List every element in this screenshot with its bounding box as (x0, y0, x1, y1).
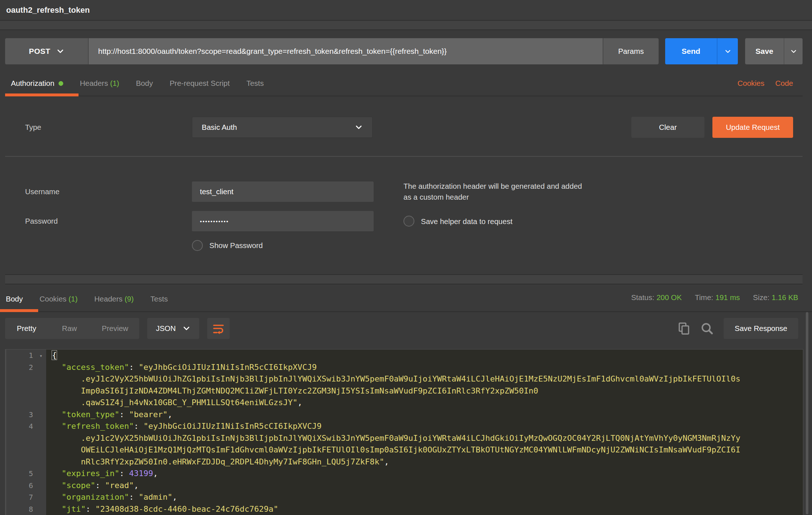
code-text: "jti": "23408d38-8cdc-4460-beac-24c76dc7… (46, 503, 278, 515)
response-tab-cookies[interactable]: Cookies (1) (40, 295, 78, 311)
response-time: Time:191 ms (695, 293, 740, 302)
show-password-radio[interactable] (192, 240, 203, 251)
code-line: 2 "access_token": "eyJhbGciOiJIUzI1NiIsI… (6, 362, 803, 374)
code-line: 4 "refresh_token": "eyJhbGciOiJIUzI1NiIs… (6, 420, 803, 432)
password-label: Password (10, 217, 192, 225)
response-size: Size:1.16 KB (753, 293, 798, 302)
code-line: 1▾{ (6, 350, 803, 362)
code-text: "organization": "admin", (46, 491, 177, 503)
code-text: "expires_in": 43199, (46, 468, 158, 480)
auth-type-dropdown[interactable]: Basic Auth (192, 117, 373, 138)
cookies-link[interactable]: Cookies (737, 79, 764, 88)
send-button-group: Send (665, 38, 738, 64)
save-button[interactable]: Save (745, 38, 784, 64)
response-tab-headers-label: Headers (95, 295, 123, 303)
save-options-button[interactable] (784, 38, 803, 64)
tab-authorization[interactable]: Authorization (5, 79, 63, 96)
save-helper-row: Save helper data to request (403, 216, 585, 227)
method-dropdown[interactable]: POST (5, 38, 89, 64)
password-input[interactable]: ••••••••••• (192, 211, 374, 231)
tab-authorization-label: Authorization (11, 79, 55, 87)
cookies-count-badge: (1) (69, 295, 78, 303)
params-button[interactable]: Params (603, 38, 659, 64)
search-icon (700, 322, 713, 335)
code-text: nRlc3RfY2xpZW50In0.eHRWxFZDJDq_2RDPL4Dhy… (46, 456, 389, 468)
search-response-button[interactable] (700, 322, 713, 335)
username-input[interactable]: test_client (192, 181, 374, 202)
tab-body[interactable]: Body (136, 79, 153, 96)
save-helper-label: Save helper data to request (421, 216, 512, 227)
line-number: 1▾ (6, 350, 46, 362)
send-button[interactable]: Send (665, 38, 717, 64)
save-response-button[interactable]: Save Response (724, 318, 798, 339)
view-pretty-button[interactable]: Pretty (5, 318, 48, 339)
response-meta: Status:200 OK Time:191 ms Size:1.16 KB (631, 293, 798, 311)
save-helper-radio[interactable] (403, 216, 414, 227)
send-options-button[interactable] (717, 38, 738, 64)
response-tab-cookies-label: Cookies (40, 295, 67, 303)
line-number: 6 (6, 480, 46, 492)
view-preview-button[interactable]: Preview (91, 318, 139, 339)
basic-auth-editor: Username test_client The authorization h… (5, 157, 803, 275)
size-value: 1.16 KB (772, 293, 798, 302)
line-number: 4 (6, 420, 46, 432)
method-label: POST (29, 47, 50, 56)
code-text: Imp0aSI6IjIzNDA4ZDM4LThjZGMtNDQ2MC1iZWFj… (46, 385, 538, 397)
code-text: "refresh_token": "eyJhbGciOiJIUzI1NiIsIn… (46, 420, 322, 432)
code-line: .eyJ1c2VyX25hbWUiOiJhZG1pbiIsInNjb3BlIjp… (6, 373, 803, 385)
response-tab-headers[interactable]: Headers (9) (95, 295, 134, 311)
request-title-bar: oauth2_refresh_token (0, 0, 812, 21)
chevron-down-icon (355, 123, 363, 131)
toolbar-right: Save Response (678, 318, 798, 339)
request-builder: POST http://host1:8000/oauth/token?scope… (0, 30, 812, 284)
status-value: 200 OK (656, 293, 682, 302)
response-tab-tests[interactable]: Tests (150, 295, 168, 311)
show-password-label: Show Password (209, 241, 263, 250)
auth-actions: Clear Update Request (631, 117, 793, 138)
response-body-panel[interactable]: 1▾{2 "access_token": "eyJhbGciOiJIUzI1Ni… (5, 349, 803, 515)
auth-active-dot (59, 81, 63, 86)
response-headers-count-badge: (9) (125, 295, 134, 303)
tab-tests[interactable]: Tests (246, 79, 264, 96)
text-wrap-icon (212, 322, 225, 335)
tab-prerequest-script[interactable]: Pre-request Script (170, 79, 230, 96)
line-number: 3 (6, 409, 46, 421)
code-line: OWEiLCJleHAiOjE1MzQ1MjQzMTQsImF1dGhvcml0… (6, 444, 803, 456)
save-button-group: Save (745, 38, 803, 64)
url-input[interactable]: http://host1:8000/oauth/token?scope=read… (89, 38, 603, 64)
code-line: 8 "jti": "23408d38-8cdc-4460-beac-24c76d… (6, 503, 803, 515)
password-row: Password ••••••••••• Save helper data to… (10, 211, 793, 231)
code-line: nRlc3RfY2xpZW50In0.eHRWxFZDJDq_2RDPL4Dhy… (6, 456, 803, 468)
copy-response-button[interactable] (678, 322, 690, 335)
response-tab-body[interactable]: Body (0, 295, 23, 311)
view-raw-button[interactable]: Raw (48, 318, 91, 339)
code-line: Imp0aSI6IjIzNDA4ZDM4LThjZGMtNDQ2MC1iZWFj… (6, 385, 803, 397)
url-row: POST http://host1:8000/oauth/token?scope… (5, 38, 803, 64)
auth-type-value: Basic Auth (202, 123, 237, 132)
code-line: 7 "organization": "admin", (6, 491, 803, 503)
status-label: Status: (631, 293, 654, 302)
code-line: 3 "token_type": "bearer", (6, 409, 803, 421)
vertical-scrollbar[interactable] (806, 312, 808, 514)
code-text: { (46, 350, 57, 362)
clear-button[interactable]: Clear (631, 117, 704, 138)
code-link[interactable]: Code (775, 79, 793, 88)
line-number (6, 432, 46, 444)
show-password-row: Show Password (10, 240, 793, 251)
update-request-button[interactable]: Update Request (712, 117, 793, 138)
request-tabs: Authorization Headers (1) Body Pre-reque… (5, 75, 803, 96)
code-text: OWEiLCJleHAiOjE1MzQ1MjQzMTQsImF1dGhvcml0… (46, 444, 740, 456)
tab-headers[interactable]: Headers (1) (80, 79, 119, 96)
wrap-text-button[interactable] (207, 318, 230, 339)
line-number: 7 (6, 491, 46, 503)
format-dropdown[interactable]: JSON (147, 318, 199, 339)
headers-count-badge: (1) (110, 79, 119, 87)
fold-caret-icon[interactable]: ▾ (40, 350, 43, 362)
line-number (6, 456, 46, 468)
code-line: 6 "scope": "read", (6, 480, 803, 492)
chevron-down-icon (182, 324, 190, 332)
line-number: 8 (6, 503, 46, 515)
username-row: Username test_client The authorization h… (10, 181, 793, 202)
view-mode-group: Pretty Raw Preview (5, 318, 139, 339)
response-toolbar: Pretty Raw Preview JSON Save Response (0, 312, 812, 349)
